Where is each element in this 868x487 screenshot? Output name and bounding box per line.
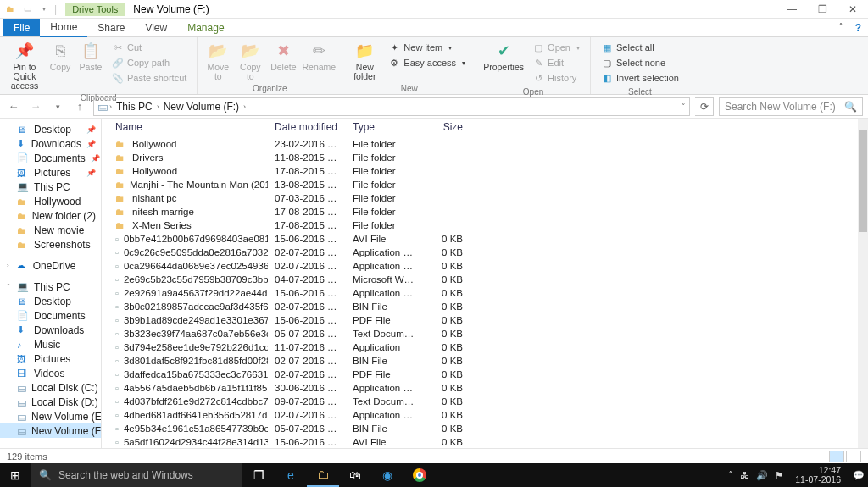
file-row[interactable]: ▫0bb7e412b00b67d9698403ae0816f4a71eaf...…: [102, 232, 858, 246]
nav-pictures[interactable]: 🖼Pictures: [0, 351, 101, 366]
new-folder-button[interactable]: 📁New folder: [348, 39, 381, 83]
invert-selection-button[interactable]: ◧Invert selection: [598, 71, 682, 85]
col-name[interactable]: Name: [102, 121, 268, 133]
file-row[interactable]: 🖿nitesh marrige17-08-2015 12:39File fold…: [102, 205, 858, 219]
nav-folder[interactable]: 🖿Hollywood: [0, 194, 101, 208]
copy-to-button[interactable]: 📂Copy to: [235, 39, 265, 83]
file-row[interactable]: ▫0c9c26c9e5095dda0e2816a7032babaf493...0…: [102, 246, 858, 259]
file-row[interactable]: ▫2e92691a9a45637f29dd22ae44debf251d00...…: [102, 286, 858, 300]
nav-onedrive[interactable]: ›☁OneDrive: [0, 258, 101, 273]
file-row[interactable]: 🖿Manjhi - The Mountain Man (2015) - DV..…: [102, 178, 858, 191]
file-row[interactable]: ▫0ca296644da0689e37ec02549365a710af96...…: [102, 259, 858, 273]
scrollbar[interactable]: [858, 119, 868, 448]
tab-file[interactable]: File: [3, 19, 40, 36]
easy-access-button[interactable]: ⚙Easy access▾: [385, 56, 469, 69]
breadcrumb[interactable]: 🖴 › This PC › New Volume (F:) › ˅: [93, 97, 690, 116]
app-button[interactable]: ◉: [371, 463, 403, 487]
tray-volume-icon[interactable]: 🔊: [756, 470, 768, 481]
tab-home[interactable]: Home: [40, 19, 87, 37]
file-row[interactable]: ▫3daffedca15ba675333ec3c7663171cfd53f...…: [102, 368, 858, 381]
file-row[interactable]: ▫5a5df16024d2934c44f28e314d13df30bdd7...…: [102, 435, 858, 448]
close-button[interactable]: ✕: [837, 0, 868, 19]
task-view-button[interactable]: ❐: [242, 463, 275, 487]
file-row[interactable]: 🖿X-Men Series17-08-2015 12:42File folder: [102, 219, 858, 232]
file-row[interactable]: 🖿nishant pc07-03-2016 13:43File folder: [102, 191, 858, 205]
col-type[interactable]: Type: [346, 121, 424, 133]
file-row[interactable]: ▫3b9b1ad89cde249ad1e3301e36793d7a866...1…: [102, 313, 858, 327]
forward-button[interactable]: →: [27, 100, 44, 113]
file-row[interactable]: 🖿Bollywood23-02-2016 13:43File folder: [102, 137, 858, 151]
nav-this-pc[interactable]: 💻This PC: [0, 180, 101, 194]
nav-local-c[interactable]: 🖴Local Disk (C:): [0, 380, 101, 395]
file-row[interactable]: ▫4a5567a5daeb5db6b7a15f1f1f8527262cba...…: [102, 381, 858, 395]
refresh-button[interactable]: ⟳: [695, 97, 714, 116]
col-date[interactable]: Date modified: [268, 121, 346, 133]
tray-flag-icon[interactable]: ⚑: [775, 470, 783, 481]
maximize-button[interactable]: ❐: [807, 0, 837, 19]
details-view-button[interactable]: [829, 451, 844, 462]
clock[interactable]: 12:47 11-07-2016: [790, 466, 846, 484]
explorer-button[interactable]: 🗀: [307, 463, 339, 487]
file-row[interactable]: ▫4d037bfdf261e9d272c814cdbbc733f218d...0…: [102, 395, 858, 408]
breadcrumb-segment[interactable]: New Volume (F:): [161, 101, 242, 113]
nav-folder[interactable]: 🖿Screenshots: [0, 237, 101, 252]
copy-path-button[interactable]: 🔗Copy path: [108, 56, 190, 69]
file-row[interactable]: ▫3b323ec39f74aa687c0a7eb56e3d61ff8df1...…: [102, 327, 858, 340]
nav-this-pc-header[interactable]: ˅💻This PC: [0, 279, 101, 294]
edit-button[interactable]: ✎Edit: [529, 56, 583, 69]
help-icon[interactable]: ?: [849, 22, 868, 34]
back-button[interactable]: ←: [5, 100, 22, 113]
pin-to-quick-access-button[interactable]: 📌 Pin to Quick access: [5, 39, 44, 92]
nav-pictures[interactable]: 🖼Pictures📌: [0, 165, 101, 180]
qat-dropdown-icon[interactable]: ▾: [37, 3, 51, 16]
up-button[interactable]: ↑: [71, 100, 88, 113]
chrome-button[interactable]: [403, 463, 436, 487]
chevron-down-icon[interactable]: ˅: [682, 102, 686, 111]
tray-chevron-icon[interactable]: ˄: [728, 470, 733, 481]
taskbar-search[interactable]: 🔍 Search the web and Windows: [31, 463, 242, 487]
select-none-button[interactable]: ▢Select none: [598, 56, 682, 69]
file-row[interactable]: ▫3b0c02189857adccae9af3d435f69dec7a5e...…: [102, 300, 858, 313]
nav-folder[interactable]: 🖿New movie: [0, 223, 101, 237]
col-size[interactable]: Size: [424, 121, 470, 133]
file-row[interactable]: ▫4dbed681adf6641eb356d52817d3b08de06...0…: [102, 408, 858, 422]
nav-documents[interactable]: 📄Documents: [0, 308, 101, 323]
history-button[interactable]: ↺History: [529, 71, 583, 85]
move-to-button[interactable]: 📂Move to: [203, 39, 233, 83]
edge-button[interactable]: e: [275, 463, 307, 487]
minimize-button[interactable]: —: [776, 0, 807, 19]
copy-button[interactable]: ⎘ Copy: [46, 39, 75, 74]
recent-locations-button[interactable]: ▾: [49, 102, 66, 111]
file-row[interactable]: ▫3d801daf5c8f921fbc81d85fd00f28e937a04..…: [102, 354, 858, 368]
scrollbar-thumb[interactable]: [859, 130, 867, 232]
nav-local-d[interactable]: 🖴Local Disk (D:): [0, 395, 101, 409]
nav-desktop[interactable]: 🖥Desktop📌: [0, 122, 101, 136]
new-item-button[interactable]: ✦New item▾: [385, 41, 469, 54]
paste-shortcut-button[interactable]: 📎Paste shortcut: [108, 71, 190, 85]
tab-view[interactable]: View: [135, 19, 177, 36]
breadcrumb-segment[interactable]: This PC: [114, 101, 155, 113]
cut-button[interactable]: ✂Cut: [108, 41, 190, 54]
file-row[interactable]: ▫2e69c5b23c55d7959b38709c3bb6ab97e0d...0…: [102, 273, 858, 286]
nav-downloads[interactable]: ⬇Downloads📌: [0, 136, 101, 151]
nav-vol-e[interactable]: 🖴New Volume (E:): [0, 409, 101, 423]
select-all-button[interactable]: ▦Select all: [598, 41, 682, 54]
notifications-button[interactable]: 💬: [853, 470, 865, 481]
properties-button[interactable]: ✔Properties: [481, 39, 526, 74]
paste-button[interactable]: 📋 Paste: [76, 39, 105, 74]
open-button[interactable]: ▢Open▾: [529, 41, 583, 54]
store-button[interactable]: 🛍: [339, 463, 371, 487]
start-button[interactable]: ⊞: [0, 468, 31, 482]
file-row[interactable]: 🖿Hollywood17-08-2015 12:23File folder: [102, 164, 858, 178]
file-row[interactable]: ▫3d794e258ee1de9e792b226d1cc41a27bdb...1…: [102, 340, 858, 354]
tab-share[interactable]: Share: [87, 19, 135, 36]
ribbon-collapse-icon[interactable]: ˄: [833, 22, 849, 34]
tray-network-icon[interactable]: 🖧: [740, 470, 749, 480]
search-input[interactable]: Search New Volume (F:) 🔍: [719, 97, 863, 116]
delete-button[interactable]: ✖Delete: [267, 39, 299, 74]
nav-desktop[interactable]: 🖥Desktop: [0, 294, 101, 308]
nav-documents[interactable]: 📄Documents📌: [0, 151, 101, 165]
qat-item[interactable]: ▭: [20, 3, 34, 16]
nav-vol-f[interactable]: 🖴New Volume (F:): [0, 423, 101, 438]
nav-folder[interactable]: 🖿New folder (2): [0, 208, 101, 223]
